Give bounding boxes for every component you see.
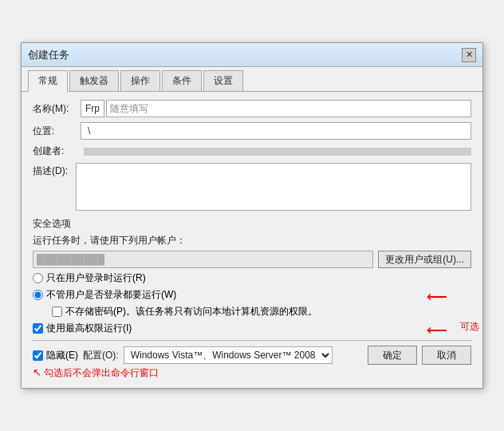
close-button[interactable]: ✕ bbox=[462, 48, 476, 62]
checkbox2-container: 使用最高权限运行(I) ⟵ 可选 bbox=[33, 322, 471, 335]
cancel-button[interactable]: 取消 bbox=[422, 346, 471, 365]
location-row: 位置: \ bbox=[33, 122, 471, 140]
user-row: ██████████ 更改用户或组(U)... bbox=[33, 251, 471, 268]
hidden-label: 隐藏(E) bbox=[46, 349, 78, 362]
name-prefix: Frp bbox=[81, 100, 104, 117]
creator-label: 创建者: bbox=[33, 144, 81, 158]
desc-input[interactable] bbox=[76, 163, 471, 211]
title-bar-controls: ✕ bbox=[462, 48, 476, 62]
window-title: 创建任务 bbox=[28, 48, 69, 62]
radio-regardless-radio[interactable] bbox=[33, 290, 43, 300]
hidden-checkbox[interactable] bbox=[33, 350, 43, 361]
config-label: 配置(O): bbox=[83, 349, 119, 362]
radio-regardless: 不管用户是否登录都要运行(W) bbox=[33, 288, 471, 302]
bottom-left: 隐藏(E) 配置(O): Windows Vista™、Windows Serv… bbox=[33, 346, 368, 364]
tab-conditions[interactable]: 条件 bbox=[162, 70, 202, 91]
config-select[interactable]: Windows Vista™、Windows Server™ 2008Windo… bbox=[124, 346, 333, 364]
tab-triggers[interactable]: 触发器 bbox=[69, 70, 119, 91]
desc-label: 描述(D): bbox=[33, 163, 76, 178]
tab-general[interactable]: 常规 bbox=[28, 70, 68, 92]
radio2-container: 不管用户是否登录都要运行(W) ⟵ bbox=[33, 288, 471, 302]
hidden-row: 隐藏(E) bbox=[33, 349, 78, 362]
arrow-up-left-icon: ↖ bbox=[33, 366, 41, 378]
radio-only-logged-in: 只在用户登录时运行(R) bbox=[33, 271, 471, 285]
radio-only-logged-label: 只在用户登录时运行(R) bbox=[46, 271, 146, 285]
ok-button[interactable]: 确定 bbox=[368, 346, 417, 365]
security-section: 安全选项 运行任务时，请使用下列用户帐户： ██████████ 更改用户或组(… bbox=[33, 217, 471, 335]
arrow-note: 勾选后不会弹出命令行窗口 bbox=[44, 367, 159, 378]
highest-privilege-row: 使用最高权限运行(I) bbox=[33, 322, 471, 335]
security-title: 安全选项 bbox=[33, 217, 471, 231]
highest-privilege-checkbox[interactable] bbox=[33, 323, 43, 334]
tab-bar: 常规 触发器 操作 条件 设置 bbox=[22, 67, 482, 92]
location-input[interactable]: \ bbox=[81, 122, 471, 140]
creator-row: 创建者: bbox=[33, 144, 471, 158]
radio-regardless-label: 不管用户是否登录都要运行(W) bbox=[46, 288, 176, 302]
no-store-password-checkbox[interactable] bbox=[52, 306, 62, 317]
bottom-row: 隐藏(E) 配置(O): Windows Vista™、Windows Serv… bbox=[33, 340, 471, 365]
radio-only-logged-radio[interactable] bbox=[33, 273, 43, 283]
tab-actions[interactable]: 操作 bbox=[120, 70, 160, 91]
name-label: 名称(M): bbox=[33, 102, 81, 116]
create-task-window: 创建任务 ✕ 常规 触发器 操作 条件 设置 名称(M): Frp bbox=[21, 42, 483, 389]
change-user-button[interactable]: 更改用户或组(U)... bbox=[378, 251, 471, 268]
title-bar: 创建任务 ✕ bbox=[22, 43, 482, 67]
creator-value bbox=[84, 148, 471, 156]
name-row: 名称(M): Frp 随意填写 bbox=[33, 100, 471, 117]
location-label: 位置: bbox=[33, 125, 81, 138]
no-store-password-label: 不存储密码(P)。该任务将只有访问本地计算机资源的权限。 bbox=[65, 305, 317, 318]
annotation-area: ↖ 勾选后不会弹出命令行窗口 bbox=[33, 366, 471, 380]
description-row: 描述(D): bbox=[33, 163, 471, 211]
main-content: 名称(M): Frp 随意填写 位置: \ 创建者: 描述(D): bbox=[22, 92, 482, 388]
name-input[interactable]: 随意填写 bbox=[106, 100, 471, 117]
run-as-label: 运行任务时，请使用下列用户帐户： bbox=[33, 234, 471, 247]
dialog-buttons: 确定 取消 bbox=[368, 346, 471, 365]
user-input[interactable]: ██████████ bbox=[33, 251, 373, 268]
highest-privilege-label: 使用最高权限运行(I) bbox=[46, 322, 132, 335]
no-store-password-row: 不存储密码(P)。该任务将只有访问本地计算机资源的权限。 bbox=[52, 305, 471, 318]
tab-settings[interactable]: 设置 bbox=[203, 70, 243, 91]
